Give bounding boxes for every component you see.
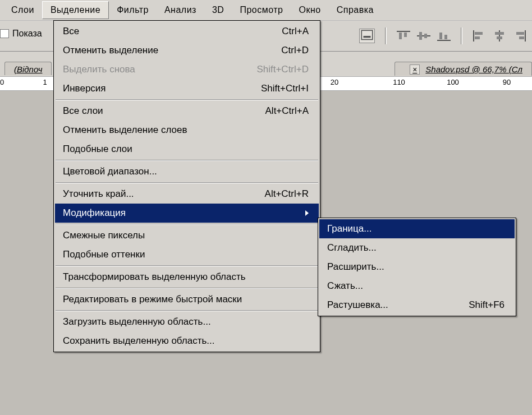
submenu-item-label: Расширить... <box>327 261 407 273</box>
menu-item-label: Подобные оттенки <box>63 249 167 260</box>
menu-item[interactable]: Редактировать в режиме быстрой маски <box>55 290 319 309</box>
checkbox-label: Показа <box>12 29 42 39</box>
svg-rect-3 <box>399 33 402 39</box>
menu-separator <box>56 160 318 161</box>
menu-item[interactable]: Цветовой диапазон... <box>55 162 319 181</box>
align-top-icon[interactable] <box>397 30 410 42</box>
svg-rect-19 <box>519 36 524 39</box>
align-right-icon[interactable] <box>513 30 526 42</box>
submenu-item-label: Растушевка... <box>327 299 411 311</box>
menu-item-label: Инверсия <box>63 83 129 94</box>
menubar-item[interactable]: Выделение <box>42 1 109 19</box>
submenu-item-shortcut: Shift+F6 <box>469 299 505 311</box>
align-hcenter-icon[interactable] <box>493 30 506 42</box>
menu-item-label: Уточнить край... <box>63 188 157 200</box>
ruler-tick: 90 <box>503 78 511 86</box>
svg-rect-16 <box>497 36 502 39</box>
menu-item-shortcut: Alt+Ctrl+R <box>265 188 309 200</box>
menu-item[interactable]: Трансформировать выделенную область <box>55 268 319 287</box>
menu-item[interactable]: Все слоиAlt+Ctrl+A <box>55 102 319 121</box>
ruler-tick: 90 <box>0 78 4 86</box>
menu-item[interactable]: Отменить выделениеCtrl+D <box>55 41 319 60</box>
menu-item[interactable]: Подобные слои <box>55 140 319 159</box>
submenu-item-label: Сжать... <box>327 280 386 292</box>
menu-item-label: Отменить выделение <box>63 45 181 56</box>
svg-rect-10 <box>444 35 447 39</box>
menu-item[interactable]: Подобные оттенки <box>55 245 319 264</box>
submenu-item-label: Сгладить... <box>327 242 399 253</box>
checkbox-icon <box>0 29 9 38</box>
menu-item-shortcut: Shift+Ctrl+D <box>256 64 309 75</box>
menubar-item[interactable]: Окно <box>291 2 328 19</box>
menu-separator <box>56 310 318 311</box>
svg-rect-7 <box>424 34 427 38</box>
align-left-icon[interactable] <box>473 30 486 42</box>
tab-title: Shadov.psd @ 66,7% (Сл <box>425 64 522 74</box>
menu-item-shortcut: Ctrl+A <box>282 26 309 37</box>
menu-item[interactable]: Сохранить выделенную область... <box>55 331 319 351</box>
ruler-tick: 20 <box>331 78 338 86</box>
svg-rect-4 <box>404 33 407 37</box>
menu-separator <box>56 224 318 225</box>
submenu-item[interactable]: Граница... <box>319 219 515 238</box>
tab-title: (Відпоч <box>14 64 42 74</box>
menu-item[interactable]: ИнверсияShift+Ctrl+I <box>55 79 319 98</box>
menubar-item[interactable]: Слои <box>3 2 42 19</box>
menu-item[interactable]: ВсеCtrl+A <box>55 22 319 41</box>
svg-rect-0 <box>361 30 373 39</box>
menu-item[interactable]: Уточнить край...Alt+Ctrl+R <box>55 185 319 204</box>
unknown-button[interactable] <box>359 29 375 43</box>
separator-icon <box>461 27 462 44</box>
menu-item-label: Модификация <box>63 208 148 219</box>
menubar-item[interactable]: 3D <box>204 2 232 19</box>
menu-item[interactable]: Загрузить выделенную область... <box>55 312 319 331</box>
menubar-item[interactable]: Справка <box>329 2 382 19</box>
menu-item[interactable]: Модификация <box>55 204 319 223</box>
submenu-item[interactable]: Растушевка...Shift+F6 <box>319 296 515 315</box>
submenu-arrow-icon <box>305 210 309 216</box>
submenu-item[interactable]: Расширить... <box>319 257 515 276</box>
menu-item: Выделить сноваShift+Ctrl+D <box>55 60 319 79</box>
menubar-item[interactable]: Просмотр <box>232 2 291 19</box>
svg-rect-18 <box>516 32 524 35</box>
menu-item-shortcut: Ctrl+D <box>281 45 309 56</box>
modify-submenu: Граница...Сгладить...Расширить...Сжать..… <box>318 218 516 316</box>
menu-item-label: Загрузить выделенную область... <box>63 316 233 328</box>
svg-rect-12 <box>475 32 483 35</box>
menu-separator <box>56 182 318 183</box>
menu-item-label: Подобные слои <box>63 144 155 155</box>
show-transform-controls[interactable]: Показа <box>0 29 42 39</box>
menu-item-label: Смежные пикселы <box>63 230 167 241</box>
ruler-tick: 100 <box>447 78 459 86</box>
tab-close-icon[interactable]: × <box>410 64 420 75</box>
menu-item-label: Редактировать в режиме быстрой маски <box>63 294 264 305</box>
menubar-item[interactable]: Фильтр <box>109 2 157 19</box>
menu-item[interactable]: Отменить выделение слоев <box>55 121 319 140</box>
alignment-icons <box>359 25 532 47</box>
ruler-tick: 1 <box>43 78 47 86</box>
menu-separator <box>56 265 318 266</box>
align-vcenter-icon[interactable] <box>417 30 430 42</box>
menu-item-label: Цветовой диапазон... <box>63 166 180 177</box>
align-bottom-icon[interactable] <box>437 30 451 42</box>
submenu-item[interactable]: Сгладить... <box>319 238 515 257</box>
separator-icon <box>385 27 387 44</box>
menu-item-shortcut: Shift+Ctrl+I <box>261 83 309 94</box>
ruler-tick: 110 <box>393 78 405 86</box>
document-tab-right[interactable]: × Shadov.psd @ 66,7% (Сл <box>395 62 532 76</box>
menu-separator <box>56 99 318 100</box>
submenu-item-label: Граница... <box>327 223 394 234</box>
menu-item-label: Выделить снова <box>63 64 158 75</box>
submenu-item[interactable]: Сжать... <box>319 276 515 296</box>
menu-item-label: Все слои <box>63 105 126 117</box>
svg-rect-15 <box>495 32 504 35</box>
menu-item-shortcut: Alt+Ctrl+A <box>265 105 309 117</box>
svg-rect-6 <box>419 32 422 40</box>
document-tab-left[interactable]: (Відпоч <box>4 62 52 75</box>
menu-item[interactable]: Смежные пикселы <box>55 226 319 245</box>
menu-item-label: Трансформировать выделенную область <box>63 271 268 283</box>
menubar-item[interactable]: Анализ <box>157 2 204 19</box>
menubar: СлоиВыделениеФильтрАнализ3DПросмотрОкноС… <box>0 0 532 21</box>
menu-item-label: Отменить выделение слоев <box>63 125 209 136</box>
menu-separator <box>56 288 318 289</box>
